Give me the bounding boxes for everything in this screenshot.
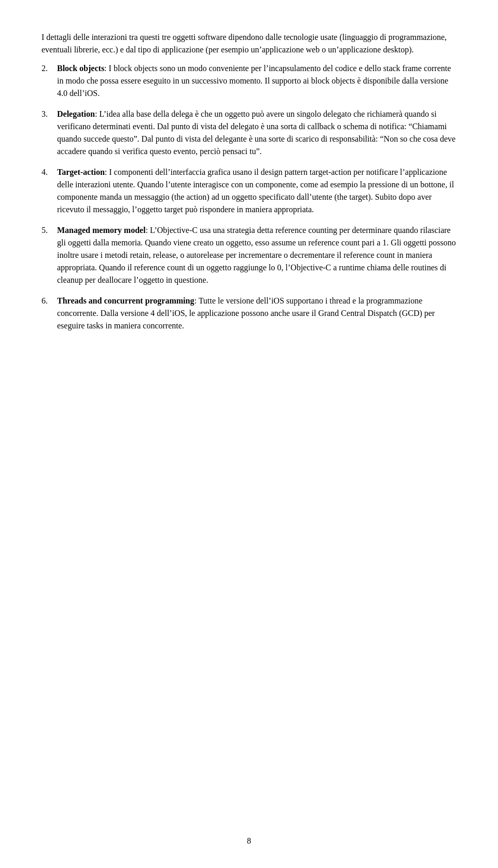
list-number-5: 5.: [42, 224, 57, 237]
list-item: 5. Managed memory model: L’Objective-C u…: [42, 224, 457, 286]
list-item: 6. Threads and concurrent programming: T…: [42, 295, 457, 332]
page: I dettagli delle interazioni tra questi …: [0, 0, 498, 868]
list-number-2: 2.: [42, 62, 57, 75]
list-content-6: Threads and concurrent programming: Tutt…: [57, 295, 457, 332]
list-content-2: Block objects: I block objects sono un m…: [57, 62, 457, 100]
list-text-5: Managed memory model: L’Objective-C usa …: [57, 224, 457, 286]
list-text-3: Delegation: L’idea alla base della deleg…: [57, 108, 457, 158]
intro-paragraph: I dettagli delle interazioni tra questi …: [42, 31, 457, 56]
list-item: 2. Block objects: I block objects sono u…: [42, 62, 457, 100]
list-number-6: 6.: [42, 295, 57, 307]
content: I dettagli delle interazioni tra questi …: [42, 31, 457, 332]
list-text-2: Block objects: I block objects sono un m…: [57, 62, 457, 100]
list-item: 3. Delegation: L’idea alla base della de…: [42, 108, 457, 158]
list-content-4: Target-action: I componenti dell’interfa…: [57, 166, 457, 216]
list-content-5: Managed memory model: L’Objective-C usa …: [57, 224, 457, 286]
list-container: 2. Block objects: I block objects sono u…: [42, 62, 457, 332]
list-content-3: Delegation: L’idea alla base della deleg…: [57, 108, 457, 158]
page-number: 8: [0, 835, 498, 847]
list-number-3: 3.: [42, 108, 57, 120]
list-text-6: Threads and concurrent programming: Tutt…: [57, 295, 457, 332]
list-item: 4. Target-action: I componenti dell’inte…: [42, 166, 457, 216]
list-number-4: 4.: [42, 166, 57, 178]
list-text-4: Target-action: I componenti dell’interfa…: [57, 166, 457, 216]
